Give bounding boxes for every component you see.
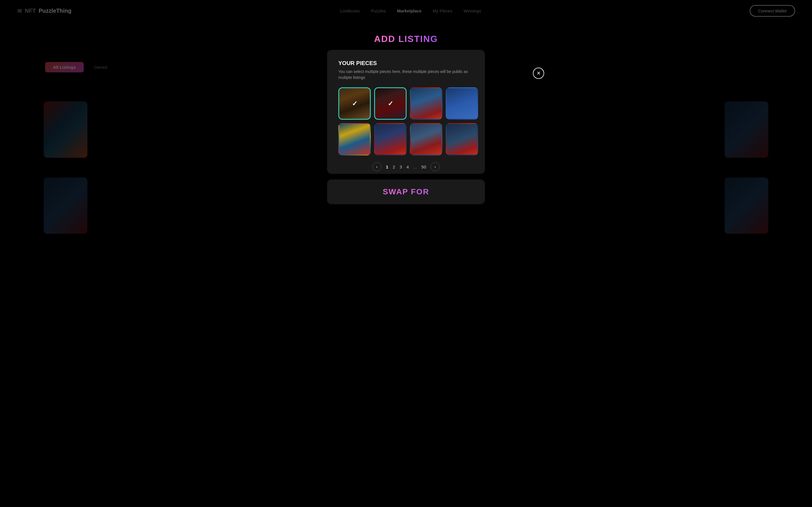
page-4[interactable]: 4 <box>407 165 409 169</box>
piece-checkmark: ✓ <box>352 100 357 108</box>
page-50[interactable]: 50 <box>421 165 426 169</box>
modal-title: ADD LISTING <box>374 34 438 44</box>
modal-overlay: ✕ ADD LISTING YOUR PIECES You can select… <box>0 0 812 507</box>
close-icon: ✕ <box>537 70 541 76</box>
swap-for-title: SWAP FOR <box>338 187 474 196</box>
page-3[interactable]: 3 <box>400 165 402 169</box>
piece-item[interactable] <box>410 123 442 156</box>
piece-item[interactable] <box>374 123 407 156</box>
piece-item[interactable] <box>446 123 478 156</box>
pagination: ‹ 1 2 3 4 ... 50 › <box>338 162 474 171</box>
piece-item[interactable]: ✓ <box>374 87 407 120</box>
piece-item[interactable] <box>410 87 442 120</box>
swap-for-section: SWAP FOR <box>327 179 485 204</box>
piece-checkmark: ✓ <box>388 100 393 108</box>
pagination-next[interactable]: › <box>430 162 440 171</box>
next-icon: › <box>435 165 436 169</box>
pieces-grid: ✓ ✓ <box>338 87 474 156</box>
page-dots: ... <box>413 165 417 169</box>
your-pieces-desc: You can select multiple pieces here, the… <box>338 69 474 80</box>
piece-item[interactable] <box>446 87 478 120</box>
close-button[interactable]: ✕ <box>533 68 544 79</box>
pagination-prev[interactable]: ‹ <box>372 162 382 171</box>
your-pieces-title: YOUR PIECES <box>338 60 474 66</box>
page-2[interactable]: 2 <box>393 165 395 169</box>
piece-item[interactable] <box>338 123 371 156</box>
your-pieces-section: YOUR PIECES You can select multiple piec… <box>327 50 485 174</box>
page-1[interactable]: 1 <box>386 165 388 169</box>
prev-icon: ‹ <box>376 165 377 169</box>
piece-item[interactable]: ✓ <box>338 87 371 120</box>
